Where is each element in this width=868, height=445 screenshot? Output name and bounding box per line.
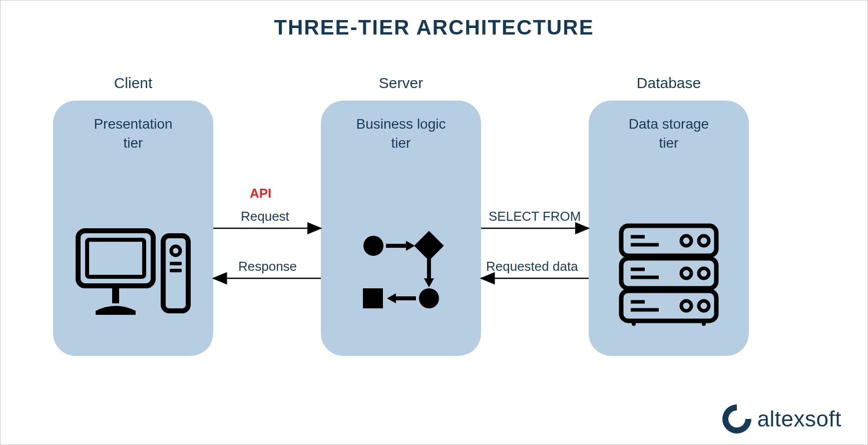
tier-name-server-line2: tier xyxy=(321,134,481,153)
label-request: Request xyxy=(241,209,289,224)
tier-box-database: Data storage tier xyxy=(589,101,749,356)
brand-logo: altexsoft xyxy=(721,403,841,434)
svg-point-4 xyxy=(171,246,180,255)
svg-rect-10 xyxy=(414,231,444,260)
svg-rect-19 xyxy=(621,291,716,321)
label-response: Response xyxy=(238,259,297,274)
svg-point-24 xyxy=(681,236,691,246)
tier-name-server: Business logic tier xyxy=(321,115,481,153)
svg-rect-18 xyxy=(621,258,716,288)
brand-name: altexsoft xyxy=(757,406,841,431)
server-rack-icon xyxy=(614,221,724,326)
svg-point-28 xyxy=(681,268,691,278)
svg-point-25 xyxy=(699,236,709,246)
tier-name-database-line1: Data storage xyxy=(589,115,749,134)
svg-rect-5 xyxy=(170,262,182,265)
diagram-title: THREE-TIER ARCHITECTURE xyxy=(1,16,867,40)
tier-label-client: Client xyxy=(53,75,213,92)
label-requested-data: Requested data xyxy=(486,259,578,274)
flowchart-icon xyxy=(351,228,451,318)
server-icon-area xyxy=(321,208,481,338)
svg-rect-6 xyxy=(170,269,182,272)
svg-point-32 xyxy=(681,301,691,311)
computer-icon xyxy=(73,226,193,321)
svg-marker-12 xyxy=(424,278,434,287)
tier-label-server: Server xyxy=(321,75,481,92)
tier-box-client: Presentation tier xyxy=(53,101,213,356)
client-icon-area xyxy=(53,208,213,338)
svg-rect-17 xyxy=(621,226,716,256)
svg-point-21 xyxy=(702,322,706,326)
svg-marker-9 xyxy=(406,241,415,251)
svg-marker-15 xyxy=(387,293,396,303)
tier-name-client: Presentation tier xyxy=(53,115,213,153)
tier-box-server: Business logic tier xyxy=(321,101,481,356)
label-select-from: SELECT FROM xyxy=(489,209,581,224)
database-icon-area xyxy=(589,208,749,338)
tier-name-server-line1: Business logic xyxy=(321,115,481,134)
svg-rect-2 xyxy=(112,288,119,303)
svg-point-20 xyxy=(632,322,636,326)
tier-label-database: Database xyxy=(589,75,749,92)
tier-name-client-line1: Presentation xyxy=(53,115,213,134)
svg-rect-16 xyxy=(363,288,383,308)
brand-mark-icon xyxy=(721,403,752,434)
tier-name-client-line2: tier xyxy=(53,134,213,153)
svg-point-29 xyxy=(699,268,709,278)
api-label: API xyxy=(250,186,271,201)
diagram-frame: THREE-TIER ARCHITECTURE Client Server Da… xyxy=(0,0,868,445)
svg-point-33 xyxy=(699,301,709,311)
svg-rect-1 xyxy=(87,240,144,277)
svg-point-13 xyxy=(419,288,439,308)
svg-point-7 xyxy=(363,236,383,256)
tier-name-database: Data storage tier xyxy=(589,115,749,153)
tier-name-database-line2: tier xyxy=(589,134,749,153)
